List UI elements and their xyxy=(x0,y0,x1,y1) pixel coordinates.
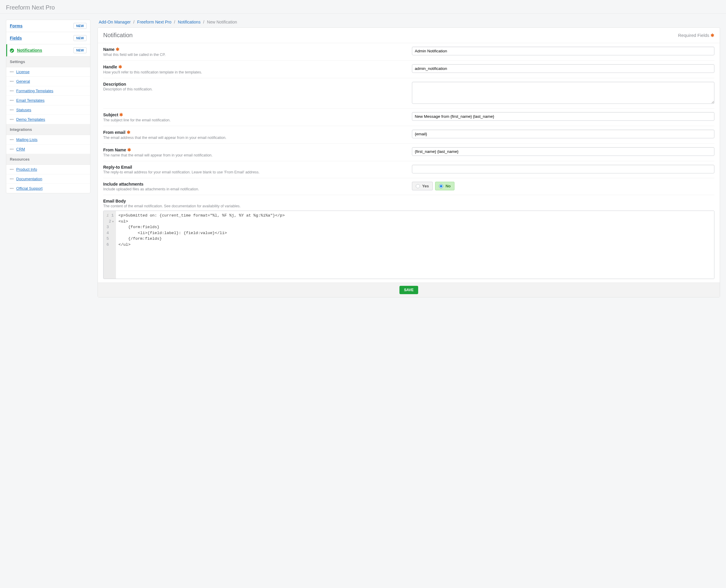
breadcrumb-current: New Notification xyxy=(207,20,237,24)
sidebar-item-statuses[interactable]: •••Statuses xyxy=(6,105,90,115)
field-hint: The reply-to email address for your emai… xyxy=(103,170,406,174)
reply-to-input[interactable] xyxy=(412,165,715,173)
field-row-reply-to: Reply-to Email The reply-to email addres… xyxy=(103,161,714,178)
field-row-from-email: From email ✱ The email address that the … xyxy=(103,126,714,144)
sidebar-item-demo-templates[interactable]: •••Demo Templates xyxy=(6,115,90,124)
sidebar-item-notifications[interactable]: Notifications NEW xyxy=(6,44,90,57)
field-hint: What this field will be called in the CP… xyxy=(103,52,406,57)
asterisk-icon: ✱ xyxy=(119,64,122,69)
field-hint: How you'll refer to this notification te… xyxy=(103,70,406,75)
new-button[interactable]: NEW xyxy=(73,23,87,29)
dots-icon: ••• xyxy=(10,148,14,151)
asterisk-icon: ✱ xyxy=(116,47,120,52)
breadcrumb-sep: / xyxy=(174,20,175,24)
dots-icon: ••• xyxy=(10,118,14,121)
field-hint: The email address that the email will ap… xyxy=(103,135,406,140)
panel-title: Notification xyxy=(103,32,133,39)
description-textarea[interactable] xyxy=(412,82,715,104)
sidebar-item-product-info[interactable]: •••Product Info xyxy=(6,165,90,174)
sidebar-item-email-templates[interactable]: •••Email Templates xyxy=(6,96,90,105)
email-body-editor[interactable]: i 1 2▼ 3 4 5 6 <p>Submitted on: {current… xyxy=(103,211,714,279)
panel-footer: SAVE xyxy=(98,282,720,297)
required-fields-hint: Required Fields ✱ xyxy=(678,33,714,38)
field-row-name: Name ✱ What this field will be called in… xyxy=(103,43,714,61)
field-row-from-name: From Name ✱ The name that the email will… xyxy=(103,144,714,161)
sidebar-item-general[interactable]: •••General xyxy=(6,77,90,86)
field-hint: Include uploaded files as attachments in… xyxy=(103,187,406,191)
field-label: Include attachments xyxy=(103,182,406,187)
dots-icon: ••• xyxy=(10,168,14,171)
editor-gutter: i 1 2▼ 3 4 5 6 xyxy=(104,211,116,279)
from-email-input[interactable] xyxy=(412,130,715,138)
dots-icon: ••• xyxy=(10,70,14,74)
breadcrumb: Add-On Manager / Freeform Next Pro / Not… xyxy=(98,20,720,27)
radio-yes[interactable]: Yes xyxy=(412,182,433,190)
field-row-description: Description Description of this notifica… xyxy=(103,78,714,109)
sidebar: Forms NEW Fields NEW Notifications NEW S… xyxy=(6,20,90,193)
dots-icon: ••• xyxy=(10,187,14,190)
editor-code[interactable]: <p>Submitted on: {current_time format="%… xyxy=(116,211,714,279)
radio-no[interactable]: No xyxy=(435,182,454,190)
name-input[interactable] xyxy=(412,47,715,55)
dots-icon: ••• xyxy=(10,99,14,102)
sidebar-link[interactable]: Fields xyxy=(10,36,22,40)
sidebar-item-crm[interactable]: •••CRM xyxy=(6,145,90,154)
from-name-input[interactable] xyxy=(412,147,715,156)
sidebar-item-fields[interactable]: Fields NEW xyxy=(6,32,90,44)
field-hint: The name that the email will appear from… xyxy=(103,153,406,158)
asterisk-icon: ✱ xyxy=(127,147,131,152)
dots-icon: ••• xyxy=(10,89,14,92)
field-label: Reply-to Email xyxy=(103,165,406,170)
field-label: Name ✱ xyxy=(103,47,406,52)
field-label: Description xyxy=(103,82,406,87)
dots-icon: ••• xyxy=(10,80,14,83)
new-button[interactable]: NEW xyxy=(73,35,87,41)
sidebar-link[interactable]: Notifications xyxy=(17,48,42,52)
sidebar-group-resources: Resources xyxy=(6,154,90,165)
new-button[interactable]: NEW xyxy=(73,47,87,53)
field-row-body: Email Body The content of the email noti… xyxy=(103,195,714,282)
dots-icon: ••• xyxy=(10,109,14,111)
asterisk-icon: ✱ xyxy=(119,112,123,117)
sidebar-group-settings: Settings xyxy=(6,57,90,67)
sidebar-group-integrations: Integrations xyxy=(6,124,90,135)
field-label: From Name ✱ xyxy=(103,147,406,152)
attachments-radio-group: Yes No xyxy=(412,182,715,190)
field-row-subject: Subject ✱ The subject line for the email… xyxy=(103,109,714,126)
field-row-handle: Handle ✱ How you'll refer to this notifi… xyxy=(103,61,714,78)
save-button[interactable]: SAVE xyxy=(400,286,419,294)
breadcrumb-link[interactable]: Freeform Next Pro xyxy=(137,20,171,24)
dots-icon: ••• xyxy=(10,138,14,141)
page-title: Freeform Next Pro xyxy=(0,0,726,14)
sidebar-item-formatting-templates[interactable]: •••Formatting Templates xyxy=(6,86,90,96)
field-label: From email ✱ xyxy=(103,130,406,135)
field-label: Email Body xyxy=(103,199,714,204)
breadcrumb-link[interactable]: Notifications xyxy=(178,20,200,24)
field-row-attachments: Include attachments Include uploaded fil… xyxy=(103,178,714,195)
handle-input[interactable] xyxy=(412,64,715,73)
radio-icon xyxy=(416,184,420,188)
breadcrumb-link[interactable]: Add-On Manager xyxy=(99,20,131,24)
sidebar-item-license[interactable]: •••License xyxy=(6,67,90,77)
field-hint: The subject line for the email notificat… xyxy=(103,118,406,122)
main-content: Add-On Manager / Freeform Next Pro / Not… xyxy=(98,20,720,297)
sidebar-item-forms[interactable]: Forms NEW xyxy=(6,20,90,32)
form-panel: Notification Required Fields ✱ Name ✱ Wh… xyxy=(98,27,720,297)
asterisk-icon: ✱ xyxy=(127,130,131,135)
dots-icon: ••• xyxy=(10,177,14,181)
radio-icon xyxy=(439,184,443,188)
field-label: Subject ✱ xyxy=(103,112,406,118)
sidebar-item-documentation[interactable]: •••Documentation xyxy=(6,174,90,184)
check-circle-icon xyxy=(10,48,14,52)
field-label: Handle ✱ xyxy=(103,64,406,69)
asterisk-icon: ✱ xyxy=(710,33,714,38)
sidebar-item-official-support[interactable]: •••Official Support xyxy=(6,184,90,193)
subject-input[interactable] xyxy=(412,112,715,121)
field-hint: The content of the email notification. S… xyxy=(103,204,714,208)
field-hint: Description of this notification. xyxy=(103,87,406,91)
breadcrumb-sep: / xyxy=(133,20,134,24)
panel-header: Notification Required Fields ✱ xyxy=(98,28,720,43)
sidebar-item-mailing-lists[interactable]: •••Mailing Lists xyxy=(6,135,90,145)
breadcrumb-sep: / xyxy=(203,20,204,24)
sidebar-link[interactable]: Forms xyxy=(10,23,23,28)
